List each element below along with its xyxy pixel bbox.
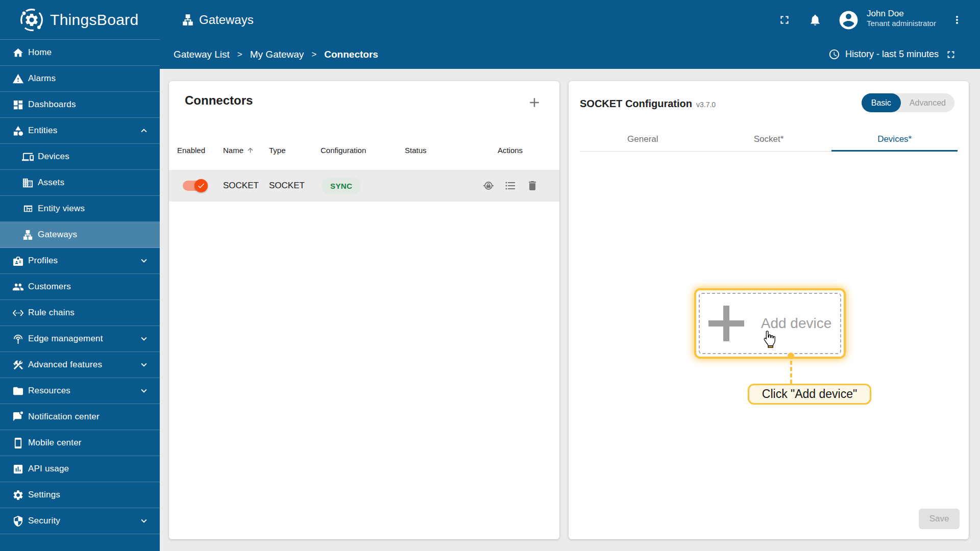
more-vert-icon[interactable] [951,14,963,26]
sidebar-item-dashboards[interactable]: Dashboards [0,92,160,118]
tutorial-connector-dot [788,353,794,359]
sidebar-item-label: Resources [28,386,70,396]
alarms-icon [12,73,24,85]
rule-chains-icon [12,307,24,319]
notification-center-icon [12,411,24,423]
sidebar-item-notification-center[interactable]: Notification center [0,404,160,430]
chevron-down-icon[interactable] [138,359,150,370]
column-header-actions[interactable]: Actions [469,146,551,155]
active-tab-indicator [831,150,958,152]
sidebar-item-label: Profiles [28,256,58,266]
app-name: ThingsBoard [50,11,138,29]
connector-type: SOCKET [269,181,321,191]
sidebar-item-customers[interactable]: Customers [0,274,160,300]
connectors-table-header: EnabledNameTypeConfigurationStatusAction… [169,138,559,162]
sidebar-item-security[interactable]: Security [0,508,160,534]
breadcrumb-separator: > [237,49,242,60]
app-logo[interactable]: ThingsBoard [0,0,160,40]
sidebar-item-label: Alarms [28,73,56,84]
basic-mode-option[interactable]: Basic [862,93,901,112]
sidebar-nav: HomeAlarmsDashboardsEntitiesDevicesAsset… [0,40,160,534]
edge-management-icon [12,333,24,345]
sidebar-item-label: Devices [38,152,69,162]
column-header-configuration[interactable]: Configuration [321,146,405,155]
home-icon [12,47,24,59]
sidebar-item-gateways[interactable]: Gateways [0,222,160,248]
sidebar-item-settings[interactable]: Settings [0,482,160,508]
breadcrumb-my-gateway[interactable]: My Gateway [250,49,304,60]
sidebar-item-label: Edge management [28,334,103,344]
sidebar-item-label: Settings [28,490,60,500]
sidebar-item-entity-views[interactable]: Entity views [0,196,160,222]
notifications-bell-icon[interactable] [808,13,822,27]
sidebar-item-resources[interactable]: Resources [0,378,160,404]
toggle-thumb [194,179,208,192]
sidebar-item-edge-management[interactable]: Edge management [0,326,160,352]
column-header-enabled[interactable]: Enabled [177,146,223,155]
sidebar-item-label: Mobile center [28,438,82,448]
column-header-type[interactable]: Type [269,146,321,155]
sidebar-item-label: Entities [28,126,57,136]
column-header-status[interactable]: Status [405,146,469,155]
logs-action-button[interactable] [504,180,517,192]
config-title: SOCKET Configuration [580,98,692,110]
connector-enabled-toggle[interactable] [183,181,206,191]
sidebar-item-label: Entity views [38,204,85,214]
sidebar-item-assets[interactable]: Assets [0,170,160,196]
chevron-up-icon[interactable] [138,125,150,136]
gateways-icon [22,229,34,241]
column-header-name[interactable]: Name [223,146,269,155]
private-connectivity-action-button[interactable] [482,180,495,192]
page-title: Gateways [181,0,254,40]
chevron-down-icon[interactable] [138,385,150,396]
tab-devices[interactable]: Devices* [831,128,958,151]
expand-fullscreen-icon[interactable] [945,49,957,60]
topbar: Gateways John Doe Tenant administrator [160,0,980,40]
user-info[interactable]: John Doe Tenant administrator [867,8,936,29]
sidebar-item-alarms[interactable]: Alarms [0,66,160,92]
chevron-down-icon[interactable] [138,333,150,344]
tab-socket[interactable]: Socket* [706,128,832,151]
entities-icon [12,125,24,137]
sidebar-item-advanced-features[interactable]: Advanced features [0,352,160,378]
sidebar-item-label: Customers [28,282,71,292]
assets-icon [22,177,34,189]
add-connector-button[interactable] [527,95,542,110]
configuration-chip: SYNC [322,178,361,194]
chevron-down-icon[interactable] [138,515,150,527]
sidebar-item-label: Assets [38,178,64,188]
sidebar-item-entities[interactable]: Entities [0,118,160,144]
tab-general[interactable]: General [580,128,706,151]
breadcrumb-gateway-list[interactable]: Gateway List [174,49,230,60]
sidebar-item-api-usage[interactable]: API usage [0,456,160,482]
dashboards-icon [12,99,24,111]
advanced-mode-option[interactable]: Advanced [901,93,954,112]
tutorial-tooltip: Click "Add device" [748,384,871,405]
breadcrumb-connectors: Connectors [324,49,378,60]
customers-icon [12,281,24,293]
connector-name: SOCKET [223,181,269,191]
sidebar-item-profiles[interactable]: Profiles [0,248,160,274]
sidebar-item-devices[interactable]: Devices [0,144,160,170]
basic-advanced-toggle[interactable]: Basic Advanced [862,93,954,112]
user-avatar[interactable] [838,9,860,31]
chevron-down-icon[interactable] [138,255,150,266]
delete-action-button[interactable] [526,180,538,192]
config-tabs: GeneralSocket*Devices* [580,128,958,152]
sidebar-item-rule-chains[interactable]: Rule chains [0,300,160,326]
api-usage-icon [12,463,24,475]
fullscreen-icon[interactable] [778,13,791,27]
sidebar-item-label: Security [28,516,60,526]
mobile-center-icon [12,437,24,449]
sidebar-item-home[interactable]: Home [0,40,160,66]
history-time-range-button[interactable]: History - last 5 minutes [828,48,939,60]
sidebar-item-label: Notification center [28,412,100,422]
sidebar-item-label: Dashboards [28,99,76,110]
connectors-panel: Connectors EnabledNameTypeConfigurationS… [169,81,559,539]
connector-table-row[interactable]: SOCKETSOCKETSYNC [169,170,559,202]
save-button[interactable]: Save [919,509,960,529]
tutorial-connector-line [790,361,792,384]
add-device-button[interactable]: Add device [694,288,846,359]
sidebar-item-mobile-center[interactable]: Mobile center [0,430,160,456]
sidebar: ThingsBoard HomeAlarmsDashboardsEntities… [0,0,160,551]
